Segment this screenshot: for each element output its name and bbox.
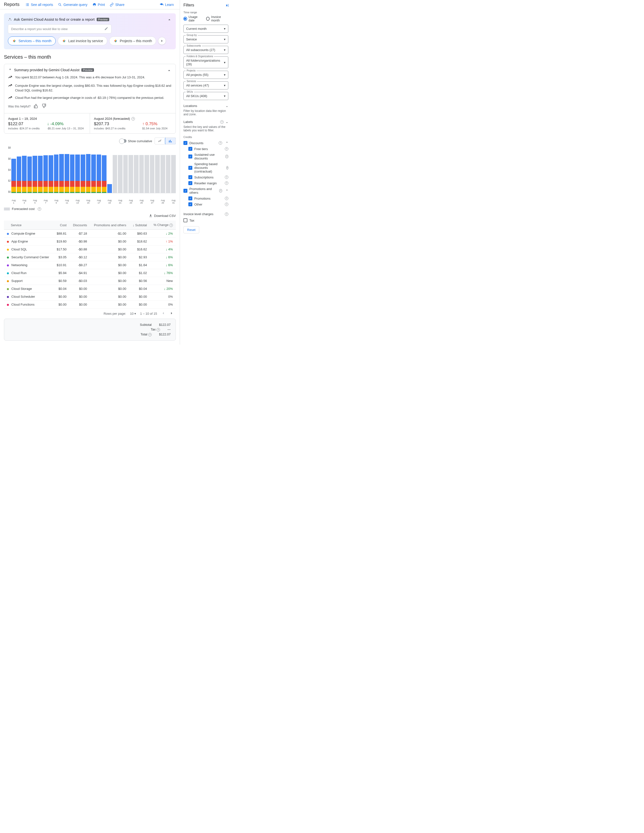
help-icon[interactable]: ? — [156, 328, 160, 331]
subaccounts-select[interactable]: SubaccountsAll subaccounts (27)▾ — [184, 46, 228, 54]
generate-query-link[interactable]: Generate query — [58, 3, 87, 6]
skus-select[interactable]: SKUsAll SKUs (408)▾ — [184, 92, 228, 100]
labels-expander[interactable]: Labels?⌄ — [184, 119, 228, 125]
help-icon[interactable]: ? — [219, 189, 222, 193]
help-icon[interactable]: ? — [225, 203, 228, 206]
th-cost[interactable]: Cost — [53, 220, 69, 230]
table-row[interactable]: Cloud Storage$0.04$0.00$0.00$0.04↓ 20% — [4, 285, 176, 293]
table-row[interactable]: Cloud Run$5.94-$4.91$0.00$1.02↓ 76% — [4, 269, 176, 277]
cumulative-toggle[interactable]: Show cumulative — [119, 139, 152, 143]
share-link[interactable]: Share — [110, 3, 124, 6]
help-icon[interactable]: ? — [225, 182, 228, 185]
bar-column[interactable] — [48, 155, 53, 193]
other-checkbox[interactable]: Other? — [184, 201, 228, 207]
bar-column[interactable] — [64, 154, 69, 193]
help-icon[interactable]: ? — [38, 207, 41, 211]
table-row[interactable]: Cloud SQL$17.50-$0.88$0.00$16.62↓ 4% — [4, 246, 176, 253]
help-icon[interactable]: ? — [225, 175, 228, 179]
bar-column[interactable] — [17, 156, 21, 193]
locations-expander[interactable]: Locations⌄ — [184, 103, 228, 109]
bar-column[interactable] — [54, 154, 59, 193]
th-change[interactable]: % Change ? — [150, 220, 176, 230]
download-csv-button[interactable]: Download CSV — [4, 214, 176, 218]
bar-column[interactable] — [27, 156, 32, 193]
help-icon[interactable]: ? — [219, 141, 222, 145]
reseller-checkbox[interactable]: Reseller margin? — [184, 180, 228, 186]
bar-column[interactable] — [59, 154, 64, 193]
bar-column[interactable] — [22, 156, 27, 193]
help-icon[interactable]: ? — [225, 212, 228, 216]
table-row[interactable]: Support$0.59-$0.03$0.00$0.56New — [4, 277, 176, 285]
sustained-checkbox[interactable]: Sustained use discounts? — [184, 152, 228, 161]
line-view-button[interactable] — [155, 138, 165, 144]
bar-column[interactable] — [161, 155, 165, 193]
th-discounts[interactable]: Discounts — [69, 220, 90, 230]
bar-column[interactable] — [129, 155, 133, 193]
chip-projects-month[interactable]: Projects – this month — [109, 37, 156, 45]
spending-checkbox[interactable]: Spending based discounts (contractual)? — [184, 161, 228, 174]
promotions-checkbox[interactable]: Promotions? — [184, 195, 228, 201]
bar-column[interactable] — [166, 155, 171, 193]
table-row[interactable]: Cloud Scheduler$0.00$0.00$0.00$0.000% — [4, 293, 176, 301]
expand-filters-button[interactable] — [224, 3, 229, 9]
reset-button[interactable]: Reset — [184, 226, 199, 233]
chip-scroll-right-button[interactable] — [158, 37, 166, 45]
th-promo[interactable]: Promotions and others — [90, 220, 129, 230]
th-service[interactable]: Service — [4, 220, 53, 230]
bar-column[interactable] — [86, 154, 91, 193]
folders-select[interactable]: Folders & OrganizationsAll folders/organ… — [184, 56, 228, 68]
bar-column[interactable] — [75, 154, 80, 193]
bar-column[interactable] — [139, 155, 144, 193]
chip-last-invoice[interactable]: Last invoice by service — [58, 37, 107, 45]
thumbs-up-button[interactable] — [34, 103, 39, 109]
help-icon[interactable]: ? — [225, 155, 228, 158]
projects-select[interactable]: ProjectsAll projects (55)▾ — [184, 71, 228, 79]
chip-services-month[interactable]: Services – this month — [8, 37, 56, 45]
bar-column[interactable] — [134, 155, 138, 193]
bar-column[interactable] — [102, 155, 106, 193]
bar-column[interactable] — [11, 159, 16, 193]
table-row[interactable]: Compute Engine$88.81-$7.18-$1.00$80.63↓ … — [4, 230, 176, 238]
services-select[interactable]: ServicesAll services (47)▾ — [184, 81, 228, 90]
bar-column[interactable] — [113, 155, 118, 193]
collapse-summary-button[interactable] — [167, 68, 172, 74]
bar-column[interactable] — [123, 155, 128, 193]
next-page-button[interactable] — [169, 311, 174, 316]
table-row[interactable]: Networking$10.91-$9.27$0.00$1.64↓ 6% — [4, 261, 176, 269]
tax-checkbox[interactable]: Tax — [184, 217, 228, 223]
chevron-up-icon[interactable]: ⌃ — [225, 189, 228, 193]
help-icon[interactable]: ? — [226, 166, 228, 170]
bar-column[interactable] — [32, 156, 37, 193]
learn-link[interactable]: Learn — [159, 3, 174, 6]
invoice-month-radio[interactable]: Invoice month — [206, 15, 228, 22]
bar-column[interactable] — [118, 155, 122, 193]
bar-column[interactable] — [80, 154, 85, 193]
table-row[interactable]: Cloud Functions$0.00$0.00$0.00$0.000% — [4, 301, 176, 309]
table-row[interactable]: Security Command Center$3.05-$0.12$0.00$… — [4, 253, 176, 261]
print-link[interactable]: Print — [92, 3, 105, 6]
bar-view-button[interactable] — [165, 138, 176, 145]
promotions-others-checkbox[interactable]: Promotions and others?⌃ — [184, 186, 228, 195]
chevron-up-icon[interactable]: ⌃ — [225, 141, 228, 145]
bar-column[interactable] — [38, 156, 43, 193]
bar-column[interactable] — [97, 154, 101, 193]
rpp-select[interactable]: 10 ▾ — [130, 312, 136, 315]
group-by-select[interactable]: Group byService▾ — [184, 35, 228, 43]
discounts-checkbox[interactable]: Discounts?⌃ — [184, 140, 228, 146]
bar-column[interactable] — [43, 155, 48, 193]
subscriptions-checkbox[interactable]: Subscriptions? — [184, 174, 228, 180]
see-all-reports-link[interactable]: See all reports — [26, 3, 53, 6]
help-icon[interactable]: ? — [169, 224, 173, 227]
bar-column[interactable] — [171, 155, 176, 193]
help-icon[interactable]: ? — [225, 197, 228, 200]
bar-column[interactable] — [91, 154, 96, 193]
thumbs-down-button[interactable] — [42, 103, 46, 109]
prev-page-button[interactable] — [161, 311, 166, 316]
bar-column[interactable] — [145, 155, 149, 193]
th-subtotal[interactable]: ↓ Subtotal — [129, 220, 150, 230]
usage-date-radio[interactable]: Usage date — [184, 15, 203, 22]
collapse-gemini-button[interactable] — [167, 17, 172, 23]
gemini-input[interactable]: Describe a report you would like to view — [8, 24, 111, 34]
bar-column[interactable] — [107, 184, 112, 193]
bar-column[interactable] — [70, 154, 75, 193]
